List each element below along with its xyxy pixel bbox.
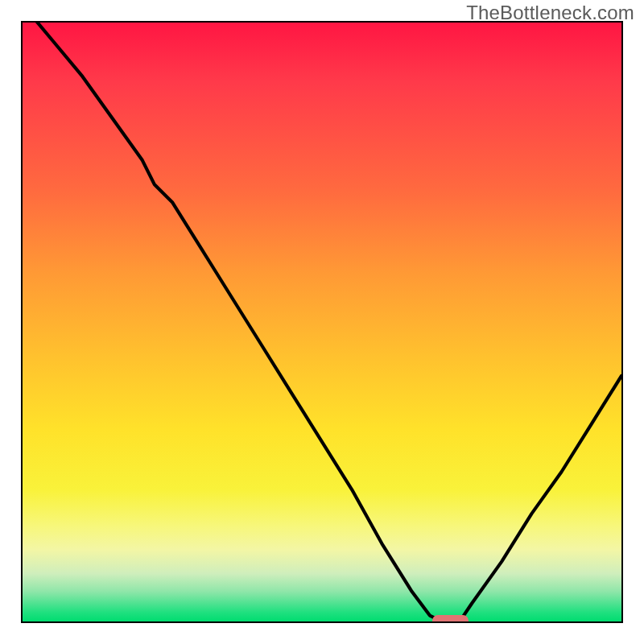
chart-stage: TheBottleneck.com xyxy=(0,0,644,644)
optimal-marker xyxy=(432,615,469,623)
bottleneck-curve xyxy=(23,23,621,621)
plot-area xyxy=(21,21,623,623)
